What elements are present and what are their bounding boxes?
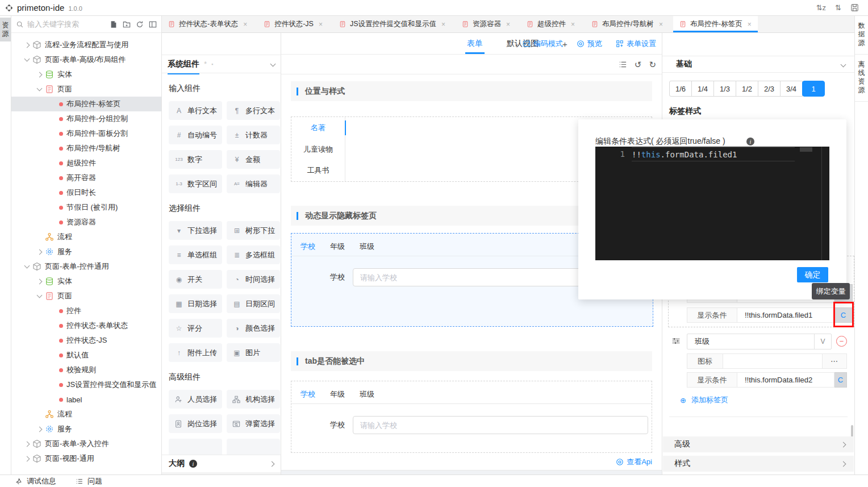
- remove-tab-button[interactable]: −: [836, 336, 847, 347]
- add-tab-page-link[interactable]: ⊕ 添加标签页: [680, 395, 728, 405]
- new-folder-icon[interactable]: [123, 20, 131, 28]
- advanced-group-header[interactable]: 高级: [663, 436, 854, 452]
- width-option-selected[interactable]: 1: [802, 81, 825, 97]
- tree-item[interactable]: 节假日 (被引用): [11, 200, 161, 215]
- demo-tab[interactable]: 年级: [330, 242, 345, 252]
- tree-item[interactable]: 页面-表单-录入控件: [11, 436, 161, 451]
- close-icon[interactable]: ×: [748, 20, 752, 28]
- width-option[interactable]: 1/4: [691, 81, 714, 97]
- tree-item[interactable]: 超级控件: [11, 156, 161, 170]
- doc-tab[interactable]: JS设置控件提交值和显示值×: [333, 16, 452, 32]
- tree-item[interactable]: 页面: [11, 82, 161, 97]
- view-api-link[interactable]: 查看Api: [281, 457, 652, 467]
- tree-item[interactable]: 布局控件-面板分割: [11, 126, 161, 141]
- component-counter[interactable]: ±计数器: [227, 126, 280, 144]
- redo-icon[interactable]: ↻: [649, 60, 656, 70]
- editor-scrollbar[interactable]: [821, 147, 822, 260]
- tree-item-selected[interactable]: 布局控件-标签页: [11, 97, 161, 111]
- component-number[interactable]: 123数字: [169, 150, 222, 169]
- width-option[interactable]: 2/3: [758, 81, 781, 97]
- tree-item[interactable]: 默认值: [11, 348, 161, 363]
- style-group-header[interactable]: 样式: [663, 456, 854, 472]
- tree-item[interactable]: 页面-表单-控件通用: [11, 259, 161, 274]
- tree-item[interactable]: 服务: [11, 244, 161, 259]
- close-icon[interactable]: ×: [506, 20, 510, 28]
- variable-suffix-button[interactable]: V: [814, 334, 831, 349]
- doc-tab-active[interactable]: 布局控件-标签页×: [673, 16, 758, 32]
- code-editor[interactable]: 1 !!this.formData.filed1: [595, 147, 829, 260]
- component-partial[interactable]: [227, 439, 280, 455]
- width-option[interactable]: 1/2: [736, 81, 758, 97]
- component-person-select[interactable]: 人员选择: [169, 390, 222, 409]
- component-switch[interactable]: ◉开关: [169, 270, 222, 289]
- chevron-down-icon[interactable]: [37, 86, 43, 91]
- component-select[interactable]: ▾下拉选择: [169, 221, 222, 240]
- save-icon[interactable]: [850, 3, 859, 12]
- component-post-select[interactable]: 岗位选择: [169, 414, 222, 433]
- width-option[interactable]: 1/6: [669, 81, 692, 97]
- school-input[interactable]: [353, 416, 648, 434]
- display-condition-value[interactable]: !!this.formData.filed1: [737, 307, 834, 323]
- tree-item[interactable]: 页面-视图-通用: [11, 451, 161, 466]
- tree-item[interactable]: label: [11, 392, 161, 407]
- close-icon[interactable]: ×: [571, 20, 575, 28]
- demo-tab-active[interactable]: 学校: [301, 242, 315, 252]
- tree-item[interactable]: 流程: [11, 407, 161, 422]
- component-file-upload[interactable]: ↑附件上传: [169, 343, 222, 362]
- component-color-picker[interactable]: ◑颜色选择: [227, 319, 280, 338]
- doc-tab[interactable]: 控件状态-JS×: [257, 16, 329, 32]
- tree-item[interactable]: 校验规则: [11, 363, 161, 377]
- doc-tab[interactable]: 布局控件/导航树×: [585, 16, 669, 32]
- component-radio-group[interactable]: ≡单选框组: [169, 245, 222, 264]
- demo-tab[interactable]: 年级: [330, 389, 345, 399]
- icon-row-input[interactable]: [723, 353, 823, 369]
- basic-group-header[interactable]: 基础: [662, 56, 854, 73]
- tree-item[interactable]: 高开容器: [11, 170, 161, 185]
- component-editor[interactable]: A≡编辑器: [227, 174, 280, 193]
- tree-item[interactable]: 实体: [11, 67, 161, 82]
- chevron-down-icon[interactable]: [270, 61, 276, 67]
- confirm-button[interactable]: 确定: [797, 267, 828, 282]
- component-single-line-text[interactable]: A单行文本: [169, 101, 222, 120]
- preview-button[interactable]: 预览: [577, 39, 602, 49]
- data-source-dock-tab[interactable]: 数据源: [855, 16, 868, 55]
- width-option[interactable]: 1/3: [713, 81, 736, 97]
- drag-adjust-icon[interactable]: [671, 336, 681, 346]
- chevron-right-icon[interactable]: [269, 461, 275, 467]
- demo-tab-active[interactable]: 学校: [301, 389, 315, 399]
- tree-item[interactable]: 控件状态-表单状态: [11, 318, 161, 333]
- tree-item[interactable]: 页面: [11, 289, 161, 303]
- chevron-down-icon[interactable]: [841, 61, 846, 67]
- side-tab[interactable]: 儿童读物: [291, 139, 345, 160]
- display-condition-value[interactable]: !!this.formData.filed2: [737, 372, 834, 388]
- tree-item[interactable]: 服务: [11, 422, 161, 436]
- component-date-picker[interactable]: ▦日期选择: [169, 294, 222, 313]
- demo-tab[interactable]: 班级: [360, 242, 374, 252]
- outline-bar[interactable]: 大纲 i: [162, 455, 281, 472]
- form-settings-button[interactable]: 表单设置: [616, 39, 656, 49]
- tab-form[interactable]: 表单: [467, 39, 483, 49]
- chevron-right-icon[interactable]: [24, 441, 30, 447]
- doc-tab[interactable]: 超级控件×: [520, 16, 581, 32]
- outline-tool-icon[interactable]: [619, 60, 627, 69]
- sort-icon[interactable]: ⇅: [835, 3, 841, 12]
- undo-icon[interactable]: ↺: [635, 60, 642, 70]
- doc-tab[interactable]: 控件状态-表单状态×: [162, 16, 253, 32]
- icon-more-button[interactable]: ⋯: [823, 353, 847, 369]
- side-tab-active[interactable]: 名著: [291, 117, 345, 139]
- tab-system-components[interactable]: 系统组件: [168, 59, 199, 69]
- component-time-picker[interactable]: ◔时间选择: [227, 270, 280, 289]
- component-tree-select[interactable]: ⊞树形下拉: [227, 221, 280, 240]
- tree-item[interactable]: 流程-业务流程配置与使用: [11, 38, 161, 52]
- tree-item[interactable]: 流程: [11, 230, 161, 244]
- code-line[interactable]: !!this.formData.filed1: [632, 147, 795, 161]
- component-rate[interactable]: ☆评分: [169, 319, 222, 338]
- chevron-down-icon[interactable]: [24, 56, 30, 62]
- resources-dock-tab[interactable]: 资源: [0, 18, 11, 41]
- tree-item[interactable]: 控件状态-JS: [11, 333, 161, 348]
- sort-za-icon[interactable]: ⇅z: [816, 3, 826, 12]
- side-tab[interactable]: 工具书: [291, 160, 345, 181]
- component-image[interactable]: ▣图片: [227, 343, 280, 362]
- chevron-right-icon[interactable]: [24, 42, 30, 48]
- debug-info-button[interactable]: 调试信息: [15, 476, 56, 486]
